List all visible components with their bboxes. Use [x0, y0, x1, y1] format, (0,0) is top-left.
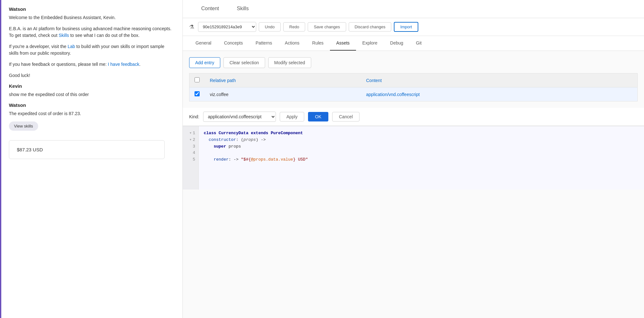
- feedback-message: If you have feedback or questions, pleas…: [9, 61, 175, 68]
- fold-arrow-2: ▼: [190, 138, 191, 142]
- modify-selected-button[interactable]: Modify selected: [268, 57, 311, 68]
- redo-button[interactable]: Redo: [283, 22, 305, 31]
- good-luck-text: Good luck!: [9, 72, 175, 79]
- version-selector[interactable]: 90e1529189214a3e9: [198, 22, 256, 32]
- line-5: 5: [189, 156, 198, 163]
- table-header-row: Relative path Content: [189, 73, 638, 87]
- line-2: ▼2: [187, 137, 198, 143]
- tab-skills[interactable]: Skills: [228, 0, 257, 18]
- assets-panel: Add entry Clear selection Modify selecte…: [183, 51, 644, 108]
- toolbar: ⚗ 90e1529189214a3e9 Undo Redo Save chang…: [183, 18, 644, 36]
- row-path-cell: viz.coffee: [205, 87, 361, 101]
- view-skills-button[interactable]: View skills: [9, 121, 38, 131]
- flask-icon: ⚗: [189, 24, 194, 31]
- skills-link[interactable]: Skills: [58, 33, 69, 38]
- discard-changes-button[interactable]: Discard changes: [349, 22, 392, 31]
- apply-button[interactable]: Apply: [280, 112, 304, 121]
- tab-debug[interactable]: Debug: [384, 36, 409, 51]
- watson-speaker-1: Watson: [9, 6, 175, 12]
- feedback-suffix: .: [139, 62, 140, 67]
- assets-table: Relative path Content viz.coffee applica…: [189, 73, 638, 101]
- skills-suffix: to see what I can do out of the box.: [69, 33, 140, 38]
- kind-selector[interactable]: application/vnd.coffeescript text/plain …: [203, 112, 276, 122]
- tab-patterns[interactable]: Patterns: [249, 36, 278, 51]
- code-content[interactable]: class CurrencyData extends PureComponent…: [199, 126, 644, 190]
- developer-message: If you're a developer, visit the Lab to …: [9, 43, 175, 57]
- cancel-button[interactable]: Cancel: [332, 112, 360, 121]
- assets-action-bar: Add entry Clear selection Modify selecte…: [189, 57, 638, 68]
- line-4: 4: [189, 150, 198, 156]
- watson-response: The expedited cost of order is 87.23.: [9, 110, 175, 117]
- clear-selection-button[interactable]: Clear selection: [223, 57, 265, 68]
- tab-content[interactable]: Content: [192, 0, 228, 18]
- fold-arrow-1: ▼: [190, 131, 191, 135]
- undo-button[interactable]: Undo: [259, 22, 281, 31]
- tab-general[interactable]: General: [189, 36, 218, 51]
- kevin-query: show me the expedited cost of this order: [9, 91, 175, 98]
- assets-content-area: Add entry Clear selection Modify selecte…: [183, 51, 644, 318]
- kind-row: Kind: application/vnd.coffeescript text/…: [183, 108, 644, 126]
- select-all-checkbox[interactable]: [195, 77, 200, 82]
- tab-git[interactable]: Git: [410, 36, 428, 51]
- order-value: $87.23 USD: [17, 147, 43, 152]
- left-chat-panel: Watson Welcome to the Embedded Business …: [0, 0, 183, 318]
- row-checkbox[interactable]: [195, 91, 200, 96]
- import-button[interactable]: Import: [394, 22, 418, 32]
- eba-description: E.B.A. is an AI platform for business us…: [9, 25, 175, 39]
- line-1: ▼1: [187, 130, 198, 137]
- row-content-cell: application/vnd.coffeescript: [361, 87, 638, 101]
- watson-speaker-2: Watson: [9, 102, 175, 108]
- line-3: 3: [189, 143, 198, 150]
- feedback-link[interactable]: I have feedback: [108, 62, 139, 67]
- lab-link[interactable]: Lab: [68, 44, 75, 49]
- ok-button[interactable]: OK: [308, 112, 328, 121]
- welcome-message: Welcome to the Embedded Business Assista…: [9, 14, 175, 21]
- order-card: $87.23 USD: [9, 140, 165, 159]
- checkbox-header: [189, 73, 205, 87]
- right-panel: Content Skills ⚗ 90e1529189214a3e9 Undo …: [183, 0, 644, 318]
- feedback-prefix: If you have feedback or questions, pleas…: [9, 62, 108, 67]
- tab-explore[interactable]: Explore: [356, 36, 384, 51]
- nav-tab-bar: General Concepts Patterns Actions Rules …: [183, 36, 644, 51]
- content-header: Content: [361, 73, 638, 87]
- relative-path-header: Relative path: [205, 73, 361, 87]
- save-changes-button[interactable]: Save changes: [308, 22, 346, 31]
- code-editor: ▼1 ▼2 3 4 5 class CurrencyData extends P…: [183, 126, 644, 190]
- kind-label: Kind:: [189, 114, 199, 119]
- top-tab-bar: Content Skills: [183, 0, 644, 18]
- kevin-speaker: Kevin: [9, 83, 175, 89]
- tab-assets[interactable]: Assets: [330, 36, 356, 51]
- tab-concepts[interactable]: Concepts: [218, 36, 249, 51]
- line-numbers: ▼1 ▼2 3 4 5: [183, 126, 199, 190]
- tab-actions[interactable]: Actions: [278, 36, 306, 51]
- add-entry-button[interactable]: Add entry: [189, 57, 220, 68]
- table-row[interactable]: viz.coffee application/vnd.coffeescript: [189, 87, 638, 101]
- tab-rules[interactable]: Rules: [306, 36, 330, 51]
- dev-prefix: If you're a developer, visit the: [9, 44, 68, 49]
- row-checkbox-cell: [189, 87, 205, 101]
